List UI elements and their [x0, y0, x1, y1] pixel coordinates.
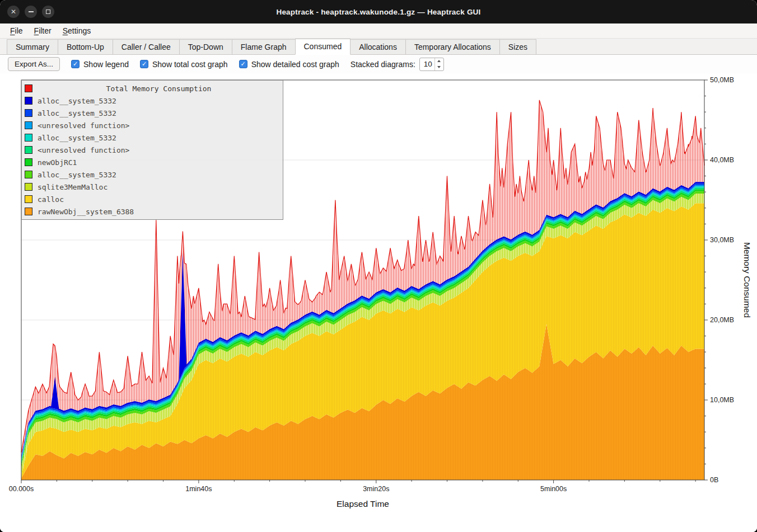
y-tick-label: 0B	[710, 476, 718, 484]
toolbar: Export As... Show legend Show total cost…	[0, 55, 757, 73]
maximize-button[interactable]	[42, 6, 54, 18]
legend-item: rawNewObj__system_6388	[25, 205, 280, 218]
legend-item: alloc__system_5332	[25, 168, 280, 181]
x-tick-label: 1min40s	[185, 485, 212, 493]
spin-up-button[interactable]	[435, 58, 443, 64]
show-detailed-cost-checkbox[interactable]: Show detailed cost graph	[239, 60, 339, 69]
legend-label: alloc__system_5332	[38, 97, 116, 105]
legend-label: calloc	[38, 195, 64, 204]
window-controls: ✕	[7, 6, 54, 18]
y-tick-label: 20,0MB	[710, 316, 734, 324]
legend-item: calloc	[25, 193, 280, 205]
stacked-diagrams-label: Stacked diagrams:	[351, 60, 415, 69]
legend-label: rawNewObj__system_6388	[38, 208, 134, 216]
x-axis-title: Elapsed Time	[337, 499, 389, 509]
legend-item: sqlite3MemMalloc	[25, 181, 280, 193]
legend-item: newObjRC1	[25, 156, 280, 168]
export-as-button[interactable]: Export As...	[8, 57, 60, 71]
menu-file[interactable]: File	[4, 25, 29, 37]
y-tick-label: 40,0MB	[710, 156, 734, 164]
legend-label: <unresolved function>	[38, 146, 129, 154]
legend-swatch	[25, 195, 32, 203]
menu-settings[interactable]: Settings	[57, 25, 97, 37]
legend-swatch	[25, 121, 32, 129]
show-legend-checkbox[interactable]: Show legend	[71, 60, 129, 69]
legend-label: alloc__system_5332	[38, 109, 116, 117]
tab-flame-graph[interactable]: Flame Graph	[232, 39, 296, 54]
tab-sizes[interactable]: Sizes	[499, 39, 536, 54]
tab-caller-callee[interactable]: Caller / Callee	[113, 39, 180, 54]
minimize-icon	[29, 11, 34, 12]
checkbox-box	[140, 60, 148, 68]
legend-item: <unresolved function>	[25, 144, 280, 156]
stacked-diagrams-group: Stacked diagrams: 10	[351, 58, 444, 71]
y-tick-label: 30,0MB	[710, 236, 734, 244]
close-button[interactable]: ✕	[7, 6, 20, 18]
x-tick-label: 5min00s	[540, 485, 567, 493]
spin-down-button[interactable]	[435, 64, 443, 70]
legend-title-row: Total Memory Consumption	[25, 82, 280, 95]
heaptrack-window: ✕ Heaptrack - heaptrack.wakunode.1.gz — …	[0, 0, 757, 532]
checkbox-box	[239, 60, 247, 68]
legend-swatch	[25, 171, 32, 178]
x-tick-label: 00.000s	[9, 485, 34, 493]
stacked-diagrams-spinbox[interactable]: 10	[419, 58, 444, 71]
legend-item: alloc__system_5332	[25, 107, 280, 119]
chart-area: 00.000s1min40s3min20s5min00s0B10,0MB20,0…	[0, 73, 757, 532]
tab-bottom-up[interactable]: Bottom-Up	[58, 39, 113, 54]
y-tick-label: 50,0MB	[710, 76, 734, 84]
menu-filter[interactable]: Filter	[29, 25, 57, 37]
legend-label: <unresolved function>	[38, 121, 129, 130]
tab-summary[interactable]: Summary	[7, 39, 58, 54]
minimize-button[interactable]	[25, 6, 37, 18]
legend-item: <unresolved function>	[25, 119, 280, 131]
legend-swatch	[25, 109, 32, 117]
legend-item: alloc__system_5332	[25, 131, 280, 144]
legend-swatch	[25, 97, 32, 105]
stacked-diagrams-value[interactable]: 10	[420, 58, 434, 70]
legend-swatch	[25, 158, 32, 166]
window-title: Heaptrack - heaptrack.wakunode.1.gz — He…	[0, 8, 757, 16]
legend-label: alloc__system_5332	[38, 171, 116, 179]
checkbox-box	[71, 60, 80, 68]
spin-buttons	[434, 58, 443, 70]
legend-swatch	[25, 146, 32, 154]
title-bar: ✕ Heaptrack - heaptrack.wakunode.1.gz — …	[0, 0, 757, 23]
tab-top-down[interactable]: Top-Down	[179, 39, 232, 54]
chart-legend: Total Memory Consumptionalloc__system_53…	[21, 80, 283, 220]
tab-consumed[interactable]: Consumed	[295, 39, 351, 55]
legend-swatch	[25, 134, 32, 142]
legend-label: alloc__system_5332	[38, 134, 116, 142]
show-total-cost-checkbox[interactable]: Show total cost graph	[140, 60, 228, 69]
menu-bar: File Filter Settings	[0, 23, 757, 39]
checkbox-label: Show total cost graph	[152, 60, 228, 69]
legend-label: newObjRC1	[38, 158, 77, 167]
legend-swatch	[25, 208, 32, 215]
x-tick-label: 3min20s	[363, 485, 389, 493]
legend-label: sqlite3MemMalloc	[38, 183, 108, 191]
tab-temporary-allocations[interactable]: Temporary Allocations	[405, 39, 500, 54]
legend-item: alloc__system_5332	[25, 95, 280, 107]
legend-label: Total Memory Consumption	[38, 84, 280, 93]
y-tick-label: 10,0MB	[710, 396, 734, 404]
y-axis-title: Memory Consumed	[742, 242, 752, 318]
legend-swatch	[25, 183, 32, 191]
tab-bar: Summary Bottom-Up Caller / Callee Top-Do…	[0, 39, 757, 55]
maximize-icon	[46, 10, 50, 14]
tab-allocations[interactable]: Allocations	[350, 39, 406, 54]
checkbox-label: Show detailed cost graph	[251, 60, 339, 69]
legend-swatch	[25, 84, 32, 92]
checkbox-label: Show legend	[83, 60, 129, 69]
